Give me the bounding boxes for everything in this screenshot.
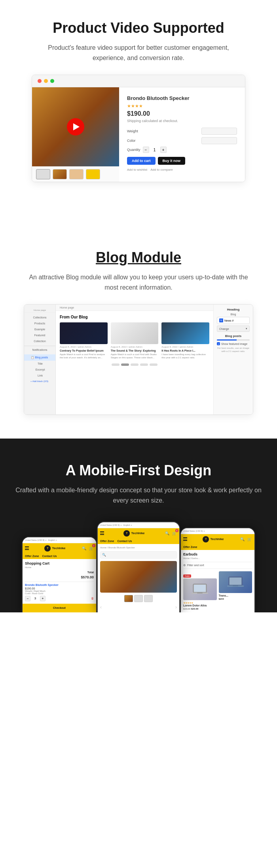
- cart-remove-icon[interactable]: 🗑: [91, 597, 94, 600]
- cart-item-color: Color: Rose Gold: [25, 592, 94, 595]
- sidebar-item-blog-posts[interactable]: 📋 Blog posts: [24, 354, 55, 361]
- center-thumb-2[interactable]: [134, 595, 143, 602]
- search-icon-right[interactable]: 🔍: [239, 537, 245, 542]
- svg-rect-5: [230, 578, 241, 585]
- phone-right-nav: T Techhike 🔍 🛒: [181, 534, 254, 544]
- thumbnail-1[interactable]: [36, 169, 50, 179]
- wishlist-compare-row: Add to wishlist Add to compare: [127, 168, 237, 171]
- thumbnail-4[interactable]: [86, 169, 100, 179]
- sidebar-item-home[interactable]: Home page: [24, 308, 55, 313]
- pagination-2[interactable]: [131, 363, 138, 366]
- weight-select[interactable]: [201, 128, 237, 135]
- hamburger-line: [25, 549, 29, 550]
- product-prices-1: $26.00 $20.00: [183, 608, 217, 610]
- hamburger-line: [25, 548, 29, 549]
- top-bar-breadcrumb: Home page: [60, 306, 74, 309]
- admin-top-bar: Home page: [56, 305, 213, 311]
- pagination-1[interactable]: [121, 363, 129, 366]
- hamburger-line: [100, 531, 104, 532]
- color-row: Color: [127, 137, 237, 144]
- compare-link[interactable]: Add to compare: [150, 168, 173, 171]
- play-button[interactable]: [67, 118, 84, 136]
- sidebar-item-link[interactable]: Link: [24, 373, 55, 378]
- pagination-3[interactable]: [140, 363, 148, 366]
- search-icon-left[interactable]: 🔍: [81, 546, 87, 551]
- center-search-bar[interactable]: 🔍: [100, 551, 177, 559]
- phone-left-locale: United States (USD $) ∨ English ∨: [25, 539, 57, 541]
- product-stars: ★★★★: [127, 104, 237, 109]
- wishlist-link[interactable]: Add to wishlist: [127, 168, 147, 171]
- panel-posts-slider[interactable]: [217, 339, 250, 341]
- section-mobile: A Mobile-First Design Crafted with a mob…: [0, 439, 277, 612]
- sidebar-item-featured[interactable]: Featured: [24, 332, 55, 338]
- next-arrow[interactable]: ›: [175, 604, 177, 610]
- pagination-next[interactable]: [150, 363, 157, 366]
- center-thumb-3[interactable]: [144, 595, 153, 602]
- browser-dot-red: [38, 79, 42, 83]
- product-card-img-1: [183, 578, 217, 600]
- blog-card-meta-2: August 8, 2022 / admin Admin: [111, 346, 159, 348]
- pagination-prev[interactable]: [112, 363, 120, 366]
- quantity-decrease[interactable]: −: [143, 147, 149, 153]
- hamburger-icon[interactable]: [25, 546, 29, 550]
- sale-badge: Sale: [183, 574, 191, 578]
- thumbnail-2[interactable]: [53, 169, 67, 179]
- phone-center-nav-offer[interactable]: Offer Zone: [100, 540, 114, 542]
- sidebar-item-title[interactable]: Title: [24, 361, 55, 367]
- hamburger-icon-right[interactable]: [183, 537, 187, 541]
- blog-section-description: An attractive Blog module will allow you…: [24, 272, 253, 292]
- section-product-video: Product Video Supported Product's featur…: [0, 0, 277, 206]
- center-product-image: [100, 561, 177, 593]
- sidebar-item-collection[interactable]: Collection: [24, 338, 55, 344]
- filter-sort-bar[interactable]: ⚙ Filter and sort: [183, 562, 252, 569]
- hamburger-line: [100, 534, 104, 535]
- blog-card-img-3: [161, 322, 209, 344]
- color-select[interactable]: [201, 137, 237, 144]
- panel-show-featured-checkbox[interactable]: [217, 342, 220, 345]
- sidebar-item-notifications[interactable]: Notifications: [24, 347, 55, 353]
- hamburger-line: [183, 539, 187, 540]
- blog-card-excerpt-3: I have been travelling every bag collect…: [161, 353, 209, 360]
- hamburger-line: [183, 537, 187, 538]
- admin-right-panel: Heading Blog N News # Change ▾ Blog post…: [213, 305, 253, 414]
- quantity-controls: − 1 +: [143, 147, 167, 153]
- search-icon-center[interactable]: 🔍: [164, 531, 170, 536]
- phone-center-nav-contact[interactable]: Contact Us: [117, 540, 132, 542]
- price-new-1: $20.00: [191, 608, 198, 610]
- cart-qty-increase[interactable]: +: [40, 596, 46, 601]
- phone-center-brand: T Techhike: [123, 530, 144, 537]
- buy-now-button[interactable]: Buy it now: [158, 157, 186, 165]
- svg-rect-1: [194, 585, 206, 592]
- cart-icon-center[interactable]: 🛒 0: [171, 531, 177, 536]
- cart-qty-decrease[interactable]: −: [25, 596, 30, 601]
- brand-logo-center: T: [123, 530, 130, 537]
- panel-news-row: N News #: [217, 317, 250, 324]
- blog-card-excerpt-2: Apple Watch is such a cool Find with Stu…: [111, 353, 159, 360]
- sidebar-item-excerpt[interactable]: Excerpt: [24, 367, 55, 373]
- prev-arrow[interactable]: ‹: [100, 604, 102, 610]
- sidebar-item-example[interactable]: Example: [24, 326, 55, 332]
- mobile-phones-row: United States (USD $) ∨ English ∨ T Tech…: [12, 522, 265, 612]
- cart-badge-center: 0: [175, 529, 178, 532]
- sidebar-item-collections[interactable]: Collections: [24, 314, 55, 320]
- panel-change-select[interactable]: Change ▾: [217, 326, 250, 332]
- blog-preview-area: From Our Blog August 8, 2022 / admin Adm…: [56, 311, 213, 370]
- phone-right-nav-offer[interactable]: Offer Zone: [183, 546, 197, 548]
- sidebar-item-products[interactable]: Products: [24, 320, 55, 326]
- hamburger-icon-center[interactable]: [100, 531, 104, 535]
- cart-total-label: Total: [87, 571, 94, 574]
- quantity-increase[interactable]: +: [160, 147, 167, 153]
- add-to-cart-button[interactable]: Add to cart: [127, 157, 156, 165]
- cart-icon-right[interactable]: 🛒: [247, 537, 252, 542]
- blog-cards-row: August 8, 2022 / admin Admin Contrary To…: [60, 322, 209, 360]
- phone-left: United States (USD $) ∨ English ∨ T Tech…: [22, 537, 97, 612]
- product-name-1: Lorem Dolor Altra: [183, 604, 217, 607]
- hamburger-line: [183, 540, 187, 541]
- phone-left-nav-offer[interactable]: Offer Zone: [25, 555, 39, 557]
- thumbnail-3[interactable]: [69, 169, 83, 179]
- sidebar-item-add-block[interactable]: + Add block (2/3): [24, 378, 55, 384]
- center-thumb-1[interactable]: [124, 595, 133, 602]
- phone-left-nav-contact[interactable]: Contact Us: [42, 555, 57, 557]
- cart-icon-left[interactable]: 🛒 3: [88, 546, 94, 551]
- cart-item-price: $190.00: [25, 587, 94, 590]
